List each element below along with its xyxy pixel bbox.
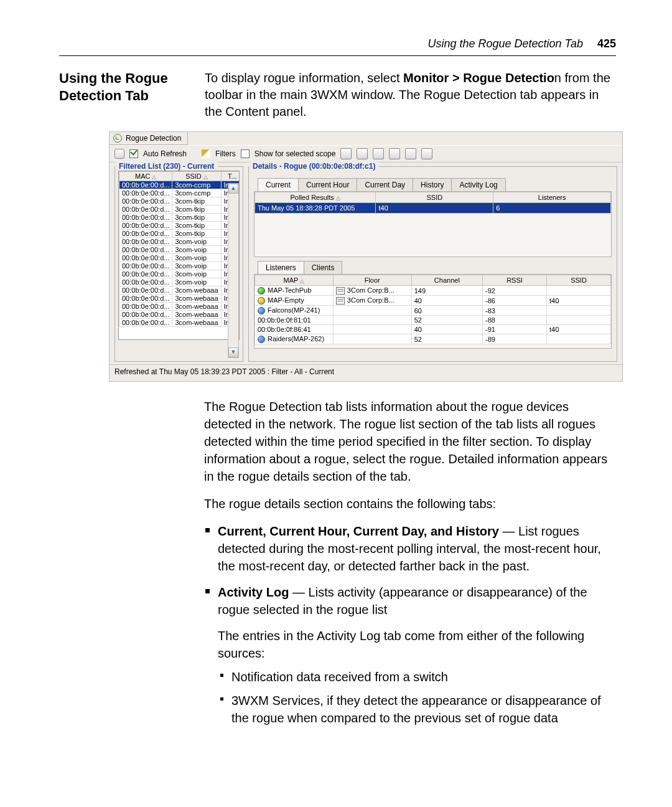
tab-listeners[interactable]: Listeners <box>258 261 304 274</box>
table-row[interactable]: 00:0b:0e:00:d...3com-webaaaInte... <box>119 311 240 319</box>
col-ssid2[interactable]: SSID <box>376 192 493 203</box>
filters-label: Filters <box>215 149 236 158</box>
table-row[interactable]: 00:0b:0e:00:d...3com-webaaaInte... <box>119 319 240 327</box>
col-ssid3[interactable]: SSID <box>547 275 611 286</box>
pencil-icon[interactable] <box>202 149 210 158</box>
running-header: Using the Rogue Detection Tab 425 <box>59 37 616 50</box>
toolbar-icon-5[interactable] <box>405 148 416 159</box>
col-listeners[interactable]: Listeners <box>493 192 611 203</box>
tab-current-hour[interactable]: Current Hour <box>298 178 357 191</box>
intro-bold: Monitor > Rogue Detectio <box>403 71 554 85</box>
listener-tabs: Listeners Clients <box>258 261 617 274</box>
toolbar-icon-2[interactable] <box>357 148 368 159</box>
toolbar-icon-1[interactable] <box>340 148 352 159</box>
table-row[interactable]: 00:0b:0e:00:d...3com-ccmpInte... <box>119 189 240 197</box>
col-type[interactable]: T... <box>221 172 240 181</box>
toolbar-icon-4[interactable] <box>389 148 400 159</box>
header-rule <box>59 55 616 56</box>
col-floor[interactable]: Floor <box>333 275 411 286</box>
toolbar-icon-3[interactable] <box>373 148 384 159</box>
table-row[interactable]: 00:0b:0e:00:d...3com-tkipInte... <box>119 205 240 214</box>
table-row[interactable]: Thu May 05 18:38:28 PDT 2005 t40 6 <box>255 203 611 214</box>
listeners-table[interactable]: MAP △ Floor Channel RSSI SSID MAP-TechPu… <box>254 275 611 344</box>
tab-history[interactable]: History <box>413 178 452 191</box>
tab-activity-log[interactable]: Activity Log <box>451 178 505 191</box>
running-title: Using the Rogue Detection Tab <box>427 37 583 50</box>
table-header-row: MAC △ SSID △ T... <box>119 172 240 181</box>
table-row[interactable]: MAP-TechPub3Com Corp:B...149-92 <box>255 286 611 296</box>
table-row[interactable]: 00:0b:0e:00:d...3com-voipInte... <box>119 278 240 286</box>
polled-listeners: 6 <box>493 203 611 214</box>
status-bar: Refreshed at Thu May 05 18:39:23 PDT 200… <box>110 364 622 381</box>
tab-clients[interactable]: Clients <box>304 261 343 274</box>
intro-pre: To display rogue information, select <box>205 71 403 85</box>
table-row[interactable]: 00:0b:0e:0f:81:0152-88 <box>255 316 611 325</box>
scope-checkbox[interactable] <box>241 149 250 158</box>
polled-results-table[interactable]: Polled Results △ SSID Listeners Thu May … <box>254 192 611 214</box>
table-row[interactable]: 00:0b:0e:00:d...3com-voipInte... <box>119 254 240 262</box>
listeners-box: MAP △ Floor Channel RSSI SSID MAP-TechPu… <box>254 274 612 349</box>
table-row[interactable]: 00:0b:0e:00:d...3com-webaaaInte... <box>119 303 240 311</box>
floor-icon <box>336 287 345 295</box>
bullet-2-paragraph: The entries in the Activity Log tab come… <box>218 627 616 662</box>
tab-current[interactable]: Current <box>258 178 299 191</box>
filtered-list-title: Filtered List (230) - Current <box>115 162 218 171</box>
status-dot-icon <box>258 287 265 295</box>
table-row[interactable]: 00:0b:0e:00:d...3com-ccmpInte... <box>119 181 240 189</box>
status-dot-icon <box>258 307 265 314</box>
list-item: Current, Current Hour, Current Day, and … <box>218 522 616 575</box>
list-item: Notification data received from a switch <box>231 668 616 686</box>
polled-ssid: t40 <box>376 203 493 214</box>
col-channel[interactable]: Channel <box>411 275 482 286</box>
table-row[interactable]: 00:0b:0e:00:d...3com-voipInte... <box>119 270 240 278</box>
col-map[interactable]: MAP △ <box>255 275 334 286</box>
status-dot-icon <box>258 336 265 343</box>
scroll-up-button[interactable]: ▲ <box>228 184 238 194</box>
bullet-2-bold: Activity Log <box>218 585 289 599</box>
table-row[interactable]: 00:0b:0e:0f:86:4140-91t40 <box>255 325 611 334</box>
refresh-icon[interactable] <box>114 149 124 159</box>
table-row[interactable]: 00:0b:0e:00:d...3com-voipInte... <box>119 238 240 246</box>
list-item: Activity Log — Lists activity (appearanc… <box>218 583 616 727</box>
col-ssid[interactable]: SSID △ <box>172 172 221 181</box>
col-rssi[interactable]: RSSI <box>483 275 547 286</box>
scrollbar[interactable]: ▲ ▼ <box>228 183 239 358</box>
list-item: 3WXM Services, if they detect the appear… <box>231 692 616 727</box>
filtered-list-panel: Filtered List (230) - Current MAC △ SSID… <box>114 166 243 362</box>
status-dot-icon <box>258 297 265 304</box>
table-row[interactable]: 00:0b:0e:00:d...3com-tkipInte... <box>119 214 240 222</box>
table-row[interactable]: MAP-Empty3Com Corp:B...40-86t40 <box>255 296 611 306</box>
page-number: 425 <box>597 37 616 50</box>
tab-current-day[interactable]: Current Day <box>357 178 413 191</box>
toolbar: Auto Refresh Filters Show for selected s… <box>110 145 622 163</box>
table-row[interactable]: 00:0b:0e:00:d...3com-tkipInte... <box>119 230 240 238</box>
autorefresh-checkbox[interactable] <box>129 149 138 158</box>
table-row[interactable]: 00:0b:0e:00:d...3com-tkipInte... <box>119 197 240 205</box>
window-tab-label: Rogue Detection <box>126 134 181 143</box>
scope-label: Show for selected scope <box>254 149 336 158</box>
floor-icon <box>336 297 345 304</box>
col-polled[interactable]: Polled Results △ <box>255 192 376 203</box>
radar-icon <box>113 134 122 143</box>
section-title: Using the Rogue Detection Tab <box>59 70 184 104</box>
details-title: Details - Rogue (00:0b:0e:08:df:c1) <box>249 162 379 171</box>
table-row[interactable]: 00:0b:0e:00:d...3com-webaaaInte... <box>119 286 240 295</box>
table-row[interactable]: 00:0b:0e:00:d...3com-voipInte... <box>119 246 240 254</box>
sub-bullet-list: Notification data received from a switch… <box>218 668 616 727</box>
table-row[interactable]: 00:0b:0e:00:d...3com-tkipInte... <box>119 222 240 230</box>
rogue-detection-screenshot: Rogue Detection Auto Refresh Filters Sho… <box>109 131 623 382</box>
filtered-list-table[interactable]: MAC △ SSID △ T... 00:0b:0e:00:d...3com-c… <box>119 171 240 327</box>
table-row[interactable]: Falcons(MP-241)60-83 <box>255 306 611 316</box>
table-row[interactable]: 00:0b:0e:00:d...3com-webaaaInte... <box>119 295 240 303</box>
polled-box: Polled Results △ SSID Listeners Thu May … <box>254 191 612 257</box>
bullet-list: Current, Current Hour, Current Day, and … <box>204 522 616 727</box>
paragraph-1: The Rogue Detection tab lists informatio… <box>204 398 616 485</box>
col-mac[interactable]: MAC △ <box>119 172 172 181</box>
scroll-down-button[interactable]: ▼ <box>228 347 238 357</box>
intro-paragraph: To display rogue information, select Mon… <box>205 70 616 120</box>
toolbar-icon-6[interactable] <box>421 148 432 159</box>
window-tab[interactable]: Rogue Detection <box>110 132 188 145</box>
table-row[interactable]: Raiders(MAP-262)52-89 <box>255 334 611 344</box>
table-row[interactable]: 00:0b:0e:00:d...3com-voipInte... <box>119 262 240 270</box>
autorefresh-label: Auto Refresh <box>143 149 187 158</box>
